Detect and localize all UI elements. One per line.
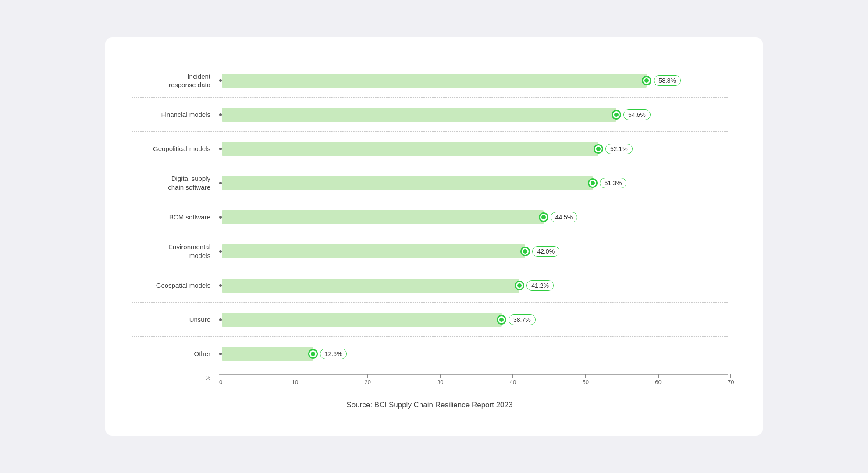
bar-fill xyxy=(222,142,598,156)
x-tick-label: 70 xyxy=(728,379,734,385)
bar-fill xyxy=(222,176,593,190)
x-tick-mark xyxy=(585,374,586,378)
x-tick-label: 10 xyxy=(292,379,298,385)
bar-row: BCM software44.5% xyxy=(132,200,728,234)
x-tick: 0 xyxy=(219,374,222,385)
bar-label-text: Geopolitical models xyxy=(132,145,219,153)
bar-endpoint-dot xyxy=(588,178,598,188)
x-tick-label: 30 xyxy=(437,379,443,385)
bar-row: Geopolitical models52.1% xyxy=(132,132,728,166)
bar-endpoint-dot xyxy=(515,281,524,290)
bar-row: Other12.6% xyxy=(132,337,728,371)
bar-value-label: 38.7% xyxy=(509,314,536,325)
x-axis: % 010203040506070 xyxy=(132,371,728,388)
bar-value-label: 52.1% xyxy=(605,144,633,154)
axis-dot xyxy=(219,113,222,116)
x-axis-ticks: 010203040506070 xyxy=(219,374,728,388)
bar-track: 42.0% xyxy=(222,234,728,268)
x-tick-mark xyxy=(295,374,295,378)
bar-track: 38.7% xyxy=(222,303,728,336)
bars-section: Incidentresponse data58.8%Financial mode… xyxy=(132,64,728,371)
x-tick-mark xyxy=(658,374,659,378)
x-tick-label: 50 xyxy=(583,379,589,385)
axis-dot xyxy=(219,353,222,355)
x-tick: 10 xyxy=(292,374,298,385)
x-tick-mark xyxy=(440,374,441,378)
bar-fill xyxy=(222,74,647,88)
x-tick: 60 xyxy=(655,374,661,385)
bar-label-text: Incidentresponse data xyxy=(132,72,219,89)
x-tick: 70 xyxy=(728,374,734,385)
bar-value-label: 41.2% xyxy=(526,280,554,291)
bar-track: 41.2% xyxy=(222,268,728,302)
bar-fill xyxy=(222,108,616,122)
axis-dot xyxy=(219,79,222,82)
bar-label-text: Financial models xyxy=(132,110,219,119)
axis-dot xyxy=(219,250,222,253)
x-tick: 20 xyxy=(364,374,370,385)
bar-row: Environmentalmodels42.0% xyxy=(132,234,728,268)
bar-endpoint-dot xyxy=(308,349,318,359)
axis-dot xyxy=(219,216,222,219)
bar-row: Geospatial models41.2% xyxy=(132,268,728,303)
bar-endpoint-dot xyxy=(594,144,603,154)
bar-track: 44.5% xyxy=(222,200,728,234)
x-tick: 40 xyxy=(510,374,516,385)
axis-dot xyxy=(219,148,222,150)
bar-track: 51.3% xyxy=(222,166,728,200)
bar-row: Digital supplychain software51.3% xyxy=(132,166,728,200)
bar-label-text: Digital supplychain software xyxy=(132,174,219,191)
bar-track: 12.6% xyxy=(222,337,728,371)
bar-endpoint-dot xyxy=(497,315,506,325)
bar-fill xyxy=(222,313,502,327)
bar-fill xyxy=(222,347,313,361)
bar-fill xyxy=(222,244,525,258)
bar-endpoint-dot xyxy=(612,110,621,120)
bar-endpoint-dot xyxy=(520,247,530,256)
bar-track: 52.1% xyxy=(222,132,728,166)
bar-row: Incidentresponse data58.8% xyxy=(132,64,728,98)
x-tick: 30 xyxy=(437,374,443,385)
bar-label-text: Other xyxy=(132,349,219,358)
bar-fill xyxy=(222,210,544,224)
bar-endpoint-dot xyxy=(539,212,548,222)
x-tick-label: 60 xyxy=(655,379,661,385)
bar-endpoint-dot xyxy=(642,76,651,85)
bar-label-text: Unsure xyxy=(132,315,219,324)
bar-fill xyxy=(222,279,519,293)
bar-value-label: 58.8% xyxy=(654,75,681,86)
x-tick-label: 0 xyxy=(219,379,222,385)
bar-label-text: BCM software xyxy=(132,213,219,222)
x-tick-label: 20 xyxy=(364,379,370,385)
bar-row: Unsure38.7% xyxy=(132,303,728,337)
source-text: Source: BCI Supply Chain Resilience Repo… xyxy=(347,401,513,409)
x-tick-mark xyxy=(730,374,731,378)
chart-container: Incidentresponse data58.8%Financial mode… xyxy=(105,37,763,436)
bar-label-text: Environmentalmodels xyxy=(132,243,219,260)
bar-row: Financial models54.6% xyxy=(132,98,728,132)
bar-value-label: 42.0% xyxy=(532,246,559,257)
axis-dot xyxy=(219,318,222,321)
x-tick-mark xyxy=(221,374,221,378)
bar-value-label: 44.5% xyxy=(551,212,578,222)
axis-dot xyxy=(219,284,222,287)
bar-value-label: 51.3% xyxy=(600,178,627,188)
bar-track: 54.6% xyxy=(222,98,728,131)
bar-track: 58.8% xyxy=(222,64,728,97)
x-tick-mark xyxy=(512,374,513,378)
bar-value-label: 12.6% xyxy=(320,349,347,359)
bar-value-label: 54.6% xyxy=(623,109,651,120)
x-tick-label: 40 xyxy=(510,379,516,385)
x-axis-pct-label: % xyxy=(132,374,219,381)
axis-dot xyxy=(219,182,222,184)
x-tick: 50 xyxy=(583,374,589,385)
chart-area: Incidentresponse data58.8%Financial mode… xyxy=(132,64,728,388)
bar-label-text: Geospatial models xyxy=(132,281,219,290)
x-tick-mark xyxy=(367,374,368,378)
